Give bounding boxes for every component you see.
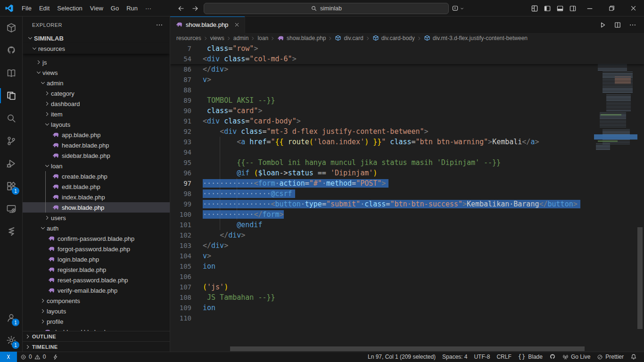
run-file-icon[interactable] <box>599 21 606 29</box>
cursor-position[interactable]: Ln 97, Col 1 (209 selected) <box>364 354 439 360</box>
code-line: {{-- Tombol ini hanya muncul jika status… <box>203 157 501 168</box>
tree-item-siminlab[interactable]: SIMINLAB <box>23 33 170 43</box>
activity-extensions-icon[interactable]: 1 <box>0 175 22 197</box>
menu-more[interactable]: ··· <box>141 3 155 13</box>
tree-item-forgot-password-blade-php[interactable]: forgot-password.blade.php <box>23 244 170 254</box>
breadcrumb-item-show-blade-php[interactable]: show.blade.php <box>277 35 326 42</box>
tab-show-blade-php[interactable]: show.blade.php <box>170 16 245 33</box>
breadcrumb-item-loan[interactable]: loan <box>257 35 269 41</box>
outline-section[interactable]: OUTLINE <box>23 331 170 341</box>
tree-item-views[interactable]: views <box>23 67 170 78</box>
tree-item-verify-email-blade-php[interactable]: verify-email.blade.php <box>23 285 170 296</box>
tree-item-admin[interactable]: admin <box>23 78 170 88</box>
line-number: 102 <box>170 230 191 240</box>
tree-item-item[interactable]: item <box>23 109 170 119</box>
toggle-primary-sidebar-icon[interactable] <box>541 0 553 16</box>
tree-item-resources[interactable]: resources <box>23 43 170 54</box>
activity-run-debug-icon[interactable] <box>0 152 22 175</box>
line-number: 86 <box>170 64 191 74</box>
go-live-button[interactable]: Go Live <box>559 354 594 360</box>
copilot-button[interactable] <box>452 5 465 12</box>
remote-indicator[interactable] <box>0 352 17 362</box>
tree-item-index-blade-php[interactable]: index.blade.php <box>23 192 170 202</box>
breadcrumb-item-resources[interactable]: resources <box>176 35 202 41</box>
github-status[interactable] <box>546 354 559 360</box>
toggle-secondary-sidebar-icon[interactable] <box>566 0 579 16</box>
encoding-status[interactable]: UTF-8 <box>471 354 493 360</box>
activity-explorer-icon[interactable] <box>0 84 22 107</box>
tree-item-dashboard[interactable]: dashboard <box>23 99 170 109</box>
tree-item-create-blade-php[interactable]: create.blade.php <box>23 171 170 181</box>
tree-item-reset-password-blade-php[interactable]: reset-password.blade.php <box>23 275 170 285</box>
activity-s-extension-icon[interactable] <box>0 220 22 243</box>
tree-item-edit-blade-php[interactable]: edit.blade.php <box>23 181 170 192</box>
command-center-search[interactable]: siminlab <box>204 3 449 14</box>
breadcrumb-item-admin[interactable]: admin <box>233 35 249 41</box>
activity-github-icon[interactable] <box>0 39 22 62</box>
tree-item-register-blade-php[interactable]: register.blade.php <box>23 264 170 275</box>
activity-search-icon[interactable] <box>0 107 22 130</box>
activity-source-control-icon[interactable] <box>0 130 22 152</box>
tree-item-sidebar-blade-php[interactable]: sidebar.blade.php <box>23 150 170 161</box>
activity-book-icon[interactable] <box>0 62 22 84</box>
breadcrumb-item-div-card[interactable]: div.card <box>334 35 363 41</box>
menu-selection[interactable]: Selection <box>53 3 86 13</box>
menu-run[interactable]: Run <box>123 3 141 13</box>
menu-view[interactable]: View <box>86 3 107 13</box>
problems-status[interactable]: 0 0 <box>17 352 49 362</box>
editor-more-actions-icon[interactable] <box>629 21 636 29</box>
forward-icon[interactable] <box>190 3 201 14</box>
tree-item-users[interactable]: users <box>23 213 170 223</box>
tree-item-layouts[interactable]: layouts <box>23 119 170 130</box>
bolt-status[interactable] <box>49 352 62 362</box>
tree-item-category[interactable]: category <box>23 88 170 99</box>
breadcrumb-item-views[interactable]: views <box>210 35 225 41</box>
restore-button[interactable] <box>601 0 622 16</box>
tree-item-header-blade-php[interactable]: header.blade.php <box>23 140 170 150</box>
tree-item-dashboard-blade-php[interactable]: dashboard.blade.php <box>23 327 170 331</box>
tree-item-auth[interactable]: auth <box>23 223 170 233</box>
prettier-status[interactable]: Prettier <box>594 354 627 360</box>
horizontal-scrollbar[interactable] <box>230 346 585 351</box>
tree-item-profile[interactable]: profile <box>23 316 170 327</box>
menu-edit[interactable]: Edit <box>35 3 53 13</box>
notifications-bell[interactable] <box>627 354 640 360</box>
activity-live-preview-icon[interactable] <box>0 197 22 220</box>
menu-file[interactable]: File <box>18 3 35 13</box>
menu-bar: FileEditSelectionViewGoRun··· <box>18 3 155 13</box>
customize-layout-icon[interactable] <box>528 0 541 16</box>
tab-close-icon[interactable] <box>234 22 240 28</box>
close-window-button[interactable] <box>622 0 644 16</box>
indentation-status[interactable]: Spaces: 4 <box>439 354 471 360</box>
toggle-panel-icon[interactable] <box>553 0 566 16</box>
vertical-scrollbar[interactable] <box>637 227 643 329</box>
eol-status[interactable]: CRLF <box>493 354 514 360</box>
language-mode[interactable]: {} Blade <box>515 354 546 360</box>
breadcrumb-item-div-mt-3-d-flex-justify-content-between[interactable]: div.mt-3.d-flex.justify-content-between <box>423 35 528 41</box>
tree-item-js[interactable]: js <box>23 57 170 67</box>
breadcrumb-item-div-card-body[interactable]: div.card-body <box>372 35 415 41</box>
activity-settings-icon[interactable]: 1 <box>0 329 22 352</box>
chevron-right-icon <box>35 59 42 66</box>
code-line: ················@csrf <box>203 189 295 199</box>
tree-item-components[interactable]: components <box>23 296 170 306</box>
chevron-right-icon <box>326 35 334 41</box>
tree-item-login-blade-php[interactable]: login.blade.php <box>23 254 170 264</box>
tree-item-layouts[interactable]: layouts <box>23 306 170 316</box>
line-number: 89 <box>170 95 191 106</box>
activity-account-icon[interactable]: 1 <box>0 306 22 329</box>
tree-item-show-blade-php[interactable]: show.blade.php <box>23 202 170 213</box>
menu-go[interactable]: Go <box>107 3 123 13</box>
tree-item-loan[interactable]: loan <box>23 161 170 171</box>
code-editor[interactable]: 86</div>87v>8889 TOMBOL AKSI --}}90 clas… <box>170 43 644 352</box>
code-line: <div class="mt-3 d-flex justify-content-… <box>203 126 429 137</box>
split-editor-icon[interactable] <box>614 21 621 29</box>
activity-bar: 1 11 <box>0 16 23 352</box>
explorer-more-actions-icon[interactable] <box>156 21 163 29</box>
back-icon[interactable] <box>175 3 187 14</box>
minimize-button[interactable] <box>579 0 601 16</box>
activity-box-icon[interactable] <box>0 16 22 39</box>
tree-item-confirm-password-blade-php[interactable]: confirm-password.blade.php <box>23 233 170 244</box>
timeline-section[interactable]: TIMELINE <box>23 341 170 352</box>
tree-item-app-blade-php[interactable]: app.blade.php <box>23 130 170 140</box>
